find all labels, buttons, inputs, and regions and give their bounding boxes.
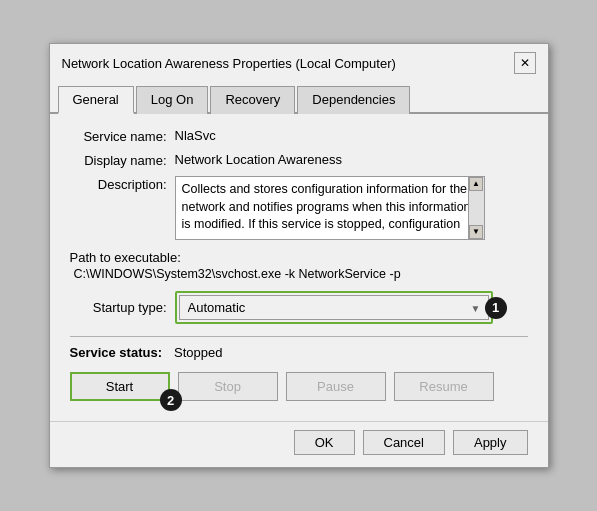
path-label: Path to executable: — [70, 250, 528, 265]
path-value: C:\WINDOWS\System32\svchost.exe -k Netwo… — [74, 267, 528, 281]
startup-select-border: Automatic Automatic (Delayed Start) Manu… — [175, 291, 493, 324]
apply-button[interactable]: Apply — [453, 430, 528, 455]
service-name-value: NlaSvc — [175, 128, 216, 143]
dialog-window: Network Location Awareness Properties (L… — [49, 43, 549, 468]
pause-button[interactable]: Pause — [286, 372, 386, 401]
description-row: Description: Collects and stores configu… — [70, 176, 528, 240]
description-text: Collects and stores configuration inform… — [182, 182, 471, 231]
scroll-down-arrow[interactable]: ▼ — [469, 225, 483, 239]
path-section: Path to executable: C:\WINDOWS\System32\… — [70, 250, 528, 281]
badge-two: 2 — [160, 389, 182, 411]
badge-one: 1 — [485, 297, 507, 319]
ok-button[interactable]: OK — [294, 430, 355, 455]
start-button[interactable]: Start — [70, 372, 170, 401]
description-box: Collects and stores configuration inform… — [175, 176, 485, 240]
close-button[interactable]: ✕ — [514, 52, 536, 74]
start-btn-wrapper: Start 2 — [70, 372, 170, 401]
tab-bar: General Log On Recovery Dependencies — [50, 78, 548, 114]
scroll-up-arrow[interactable]: ▲ — [469, 177, 483, 191]
description-scrollbar[interactable]: ▲ ▼ — [468, 177, 484, 239]
service-status-row: Service status: Stopped — [70, 345, 528, 360]
service-status-label: Service status: — [70, 345, 163, 360]
tab-recovery[interactable]: Recovery — [210, 86, 295, 114]
startup-label: Startup type: — [70, 300, 175, 315]
divider — [70, 336, 528, 337]
startup-row: Startup type: Automatic Automatic (Delay… — [70, 291, 528, 324]
tab-content: Service name: NlaSvc Display name: Netwo… — [50, 114, 548, 421]
dialog-title: Network Location Awareness Properties (L… — [62, 56, 396, 71]
tab-logon[interactable]: Log On — [136, 86, 209, 114]
description-label: Description: — [70, 176, 175, 192]
bottom-buttons-bar: OK Cancel Apply — [50, 421, 548, 467]
service-name-row: Service name: NlaSvc — [70, 128, 528, 144]
display-name-value: Network Location Awareness — [175, 152, 342, 167]
display-name-row: Display name: Network Location Awareness — [70, 152, 528, 168]
service-status-value: Stopped — [174, 345, 222, 360]
service-name-label: Service name: — [70, 128, 175, 144]
startup-type-select[interactable]: Automatic Automatic (Delayed Start) Manu… — [179, 295, 489, 320]
tab-dependencies[interactable]: Dependencies — [297, 86, 410, 114]
startup-wrapper: Automatic Automatic (Delayed Start) Manu… — [175, 291, 493, 324]
resume-button[interactable]: Resume — [394, 372, 494, 401]
cancel-button[interactable]: Cancel — [363, 430, 445, 455]
display-name-label: Display name: — [70, 152, 175, 168]
stop-button[interactable]: Stop — [178, 372, 278, 401]
action-buttons-row: Start 2 Stop Pause Resume — [70, 372, 528, 401]
title-bar: Network Location Awareness Properties (L… — [50, 44, 548, 74]
tab-general[interactable]: General — [58, 86, 134, 114]
